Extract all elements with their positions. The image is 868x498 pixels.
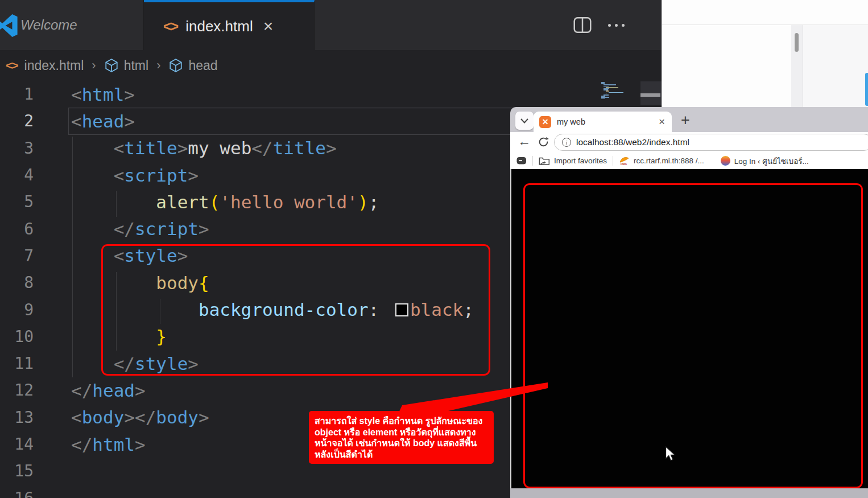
line-number: 14: [0, 435, 51, 454]
side-pane: [803, 25, 868, 108]
new-tab-button[interactable]: +: [677, 112, 694, 129]
breadcrumb-file[interactable]: index.html: [24, 58, 84, 73]
line-number: 16: [0, 489, 51, 498]
background-window: [662, 0, 868, 108]
line-number: 13: [0, 408, 51, 427]
more-actions-icon[interactable]: [608, 24, 625, 27]
close-tab-icon[interactable]: ×: [659, 116, 665, 128]
line-number: 9: [0, 301, 51, 319]
line-number: 4: [0, 166, 51, 184]
browser-tab-strip: ✕ my web × +: [510, 107, 868, 132]
favorite-label: Import favorites: [554, 157, 607, 165]
line-number: 3: [0, 139, 51, 158]
note-line: สามารถใส่ style คือกำหนด รูปลักษณะของ: [315, 415, 488, 427]
back-button[interactable]: ←: [518, 134, 531, 149]
browser-tab-title: my web: [557, 117, 659, 126]
scrollbar-thumb[interactable]: [795, 33, 799, 52]
window-edge-fragment: [865, 73, 868, 106]
favorite-import-favorites[interactable]: Import favorites: [539, 156, 607, 166]
breadcrumb: <> index.html › html › head: [0, 50, 662, 81]
divider: [532, 156, 533, 166]
import-folder-icon: [539, 156, 550, 166]
browser-toolbar: ← i localhost:88/web2/index.html: [510, 132, 868, 153]
line-number: 10: [0, 327, 51, 346]
favorite-login[interactable]: Log In ‹ ศูนย์ไซเบอร์...: [721, 155, 809, 167]
indent-guide: [116, 191, 117, 217]
refresh-button[interactable]: [538, 136, 549, 148]
divider: [613, 156, 613, 166]
vscode-tab-bar: Welcome <> index.html ×: [0, 0, 662, 50]
browser-tab[interactable]: ✕ my web ×: [534, 112, 672, 132]
line-number: 1: [0, 85, 51, 104]
html-file-icon: <>: [163, 18, 177, 35]
line-number: 7: [0, 246, 51, 265]
split-editor-icon[interactable]: [572, 14, 593, 36]
favorites-bar: Import favorites PMA rcc.rtarf.mi.th:888…: [510, 153, 868, 169]
code-line[interactable]: 1<html>: [0, 81, 662, 108]
tab-card-icon[interactable]: [516, 157, 527, 165]
tab-index-html[interactable]: <> index.html ×: [144, 0, 315, 50]
phpmyadmin-icon: PMA: [619, 156, 630, 166]
html-file-icon: <>: [6, 59, 18, 72]
mouse-cursor: [664, 446, 677, 462]
indent-guide: [72, 137, 73, 377]
spacer: [712, 156, 713, 166]
address-bar[interactable]: i localhost:88/web2/index.html: [554, 134, 868, 151]
tab-search-chevron-button[interactable]: [515, 112, 534, 130]
note-line: object หรือ element หรือวัตถุที่แสดงทาง: [315, 427, 488, 438]
tab-welcome[interactable]: Welcome: [0, 0, 144, 50]
line-number: 8: [0, 273, 51, 292]
symbol-cube-icon: [168, 58, 183, 73]
xampp-favicon: ✕: [539, 116, 551, 128]
annotation-rect-browser-page: [523, 183, 863, 488]
favorite-phpmyadmin[interactable]: PMA rcc.rtarf.mi.th:888 /...: [619, 156, 704, 166]
login-site-icon: [721, 156, 730, 166]
annotation-rect-style-block: [101, 244, 490, 376]
line-number: 11: [0, 354, 51, 373]
symbol-cube-icon: [104, 58, 119, 73]
breadcrumb-html[interactable]: html: [124, 58, 148, 73]
code-text: <html>: [68, 81, 662, 108]
screenshot-stage: Welcome <> index.html × <> index.html ›: [0, 0, 868, 498]
line-number: 2: [0, 112, 51, 130]
scrollbar-fragment: [640, 93, 660, 97]
tab-index-html-label: index.html: [185, 18, 253, 35]
line-number: 12: [0, 381, 51, 400]
window-bottom-edge: [510, 488, 868, 498]
line-number: 5: [0, 192, 51, 211]
tab-welcome-label: Welcome: [20, 17, 77, 33]
line-number: 15: [0, 462, 51, 480]
note-line: หน้าจอได้ เช่นกำหนดให้ body แสดงสีพื้น: [315, 438, 488, 449]
site-info-icon[interactable]: i: [562, 138, 571, 147]
annotation-note: สามารถใส่ style คือกำหนด รูปลักษณะของ ob…: [309, 411, 494, 464]
close-tab-icon[interactable]: ×: [263, 17, 274, 36]
note-line: หลังเป็นสีดำได้: [315, 449, 488, 460]
url-text: localhost:88/web2/index.html: [576, 137, 689, 147]
chevron-right-icon: ›: [156, 58, 160, 73]
vscode-logo-icon: [0, 14, 18, 37]
favorite-label: Log In ‹ ศูนย์ไซเบอร์...: [734, 155, 809, 167]
line-number: 6: [0, 220, 51, 238]
editor-actions: [572, 0, 662, 50]
chevron-right-icon: ›: [92, 58, 96, 73]
svg-text:PMA: PMA: [621, 162, 627, 166]
favorite-label: rcc.rtarf.mi.th:888 /...: [634, 157, 704, 165]
breadcrumb-head[interactable]: head: [188, 58, 217, 73]
